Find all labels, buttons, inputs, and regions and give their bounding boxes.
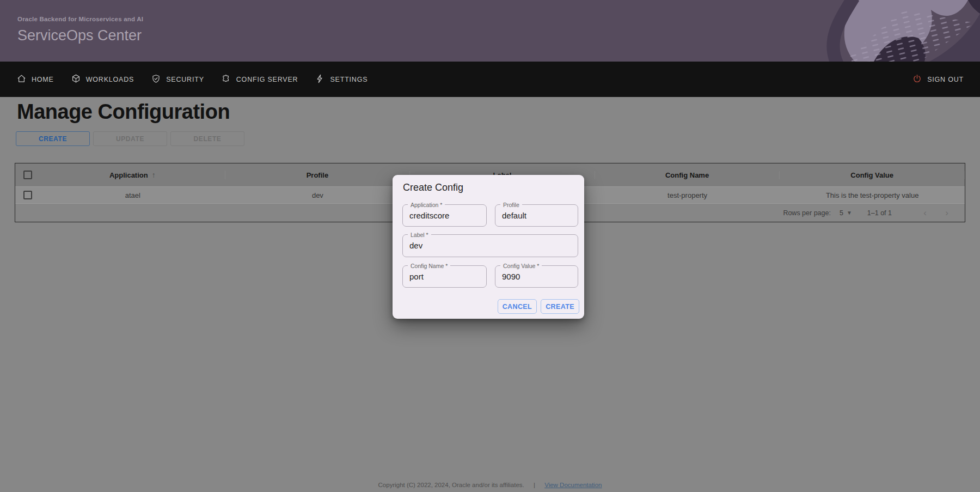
pagination-range: 1–1 of 1 — [867, 209, 892, 217]
action-buttons: CREATE UPDATE DELETE — [16, 131, 244, 146]
copyright-text: Copyright (C) 2022, 2024, Oracle and/or … — [378, 482, 524, 488]
chevron-down-icon: ▼ — [847, 210, 852, 216]
nav-item-workloads[interactable]: WORKLOADS — [71, 74, 134, 86]
column-header-config-value[interactable]: Config Value — [780, 171, 965, 179]
application-input[interactable]: Application * creditscore — [402, 204, 487, 227]
profile-input[interactable]: Profile default — [495, 204, 578, 227]
config-name-input-value: port — [409, 272, 424, 281]
label-input-label: Label * — [408, 232, 431, 238]
cell-config-value: This is the test-property value — [780, 191, 965, 199]
footer-separator: | — [534, 482, 535, 488]
config-name-input-label: Config Name * — [408, 263, 450, 269]
profile-input-label: Profile — [500, 202, 522, 208]
config-server-icon — [221, 74, 231, 86]
page-title: Manage Configuration — [17, 100, 230, 124]
profile-input-value: default — [502, 211, 526, 220]
dialog-cancel-button[interactable]: CANCEL — [498, 299, 537, 314]
nav-item-settings[interactable]: SETTINGS — [315, 74, 367, 86]
sign-out-label: SIGN OUT — [927, 76, 964, 83]
cell-application: atael — [40, 191, 225, 199]
config-value-input-value: 9090 — [502, 272, 520, 281]
application-input-value: creditscore — [409, 211, 449, 220]
nav-item-config-server[interactable]: CONFIG SERVER — [221, 74, 298, 86]
cell-config-name: test-property — [595, 191, 780, 199]
banner-decoration-graphic — [762, 0, 980, 62]
label-input-value: dev — [409, 241, 422, 250]
nav-item-label: WORKLOADS — [86, 76, 134, 83]
next-page-button[interactable]: › — [942, 208, 952, 218]
home-icon — [16, 74, 27, 86]
settings-icon — [315, 74, 325, 86]
select-all-checkbox[interactable] — [23, 171, 32, 179]
column-header-config-name[interactable]: Config Name — [595, 171, 780, 179]
application-input-label: Application * — [408, 202, 445, 208]
power-icon — [912, 74, 922, 86]
workloads-icon — [71, 74, 81, 86]
nav-item-label: HOME — [32, 76, 54, 83]
select-all-cell — [15, 171, 40, 179]
nav-item-home[interactable]: HOME — [16, 74, 54, 86]
config-value-input-label: Config Value * — [500, 263, 542, 269]
page-footer: Copyright (C) 2022, 2024, Oracle and/or … — [0, 482, 980, 488]
delete-button[interactable]: DELETE — [170, 131, 244, 146]
dialog-title: Create Config — [403, 182, 463, 193]
rows-per-page-select[interactable]: 5 ▼ — [840, 209, 852, 217]
nav-item-label: SECURITY — [166, 76, 204, 83]
label-input[interactable]: Label * dev — [402, 234, 578, 257]
previous-page-button[interactable]: ‹ — [920, 208, 930, 218]
sign-out-button[interactable]: SIGN OUT — [912, 74, 964, 86]
sort-ascending-icon[interactable]: ↑ — [152, 171, 156, 179]
serviceops-app: Oracle Backend for Microservices and AI … — [0, 0, 980, 492]
config-value-input[interactable]: Config Value * 9090 — [495, 265, 578, 288]
app-banner: Oracle Backend for Microservices and AI … — [0, 0, 980, 62]
create-button[interactable]: CREATE — [16, 131, 90, 146]
update-button[interactable]: UPDATE — [93, 131, 167, 146]
nav-item-security[interactable]: SECURITY — [151, 74, 204, 86]
app-title: ServiceOps Center — [17, 27, 142, 44]
column-header-profile[interactable]: Profile — [225, 171, 411, 179]
product-name: Oracle Backend for Microservices and AI — [17, 16, 143, 22]
config-name-input[interactable]: Config Name * port — [402, 265, 487, 288]
nav-item-label: CONFIG SERVER — [236, 76, 298, 83]
nav-item-label: SETTINGS — [330, 76, 367, 83]
security-icon — [151, 74, 161, 86]
main-nav: HOME WORKLOADS SECURITY CONFIG SERVER SE… — [0, 62, 980, 97]
dialog-actions: CANCEL CREATE — [498, 299, 579, 314]
create-config-dialog: Create Config Application * creditscore … — [393, 175, 584, 319]
row-select-cell — [15, 191, 40, 199]
rows-per-page-label: Rows per page: — [783, 209, 831, 217]
dialog-create-button[interactable]: CREATE — [541, 299, 579, 314]
cell-profile: dev — [225, 191, 411, 199]
row-checkbox[interactable] — [23, 191, 32, 199]
column-header-application[interactable]: Application↑ — [40, 171, 225, 179]
view-documentation-link[interactable]: View Documentation — [544, 482, 602, 488]
